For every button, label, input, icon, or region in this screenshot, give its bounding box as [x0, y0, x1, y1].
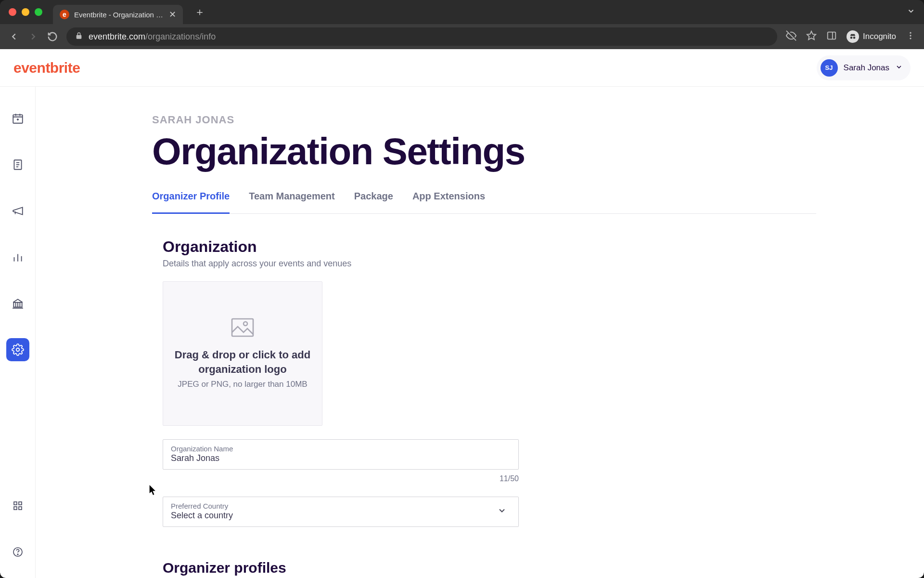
window-minimize[interactable] — [22, 8, 29, 16]
url-path: /organizations/info — [145, 32, 216, 41]
new-tab-button[interactable]: ＋ — [194, 5, 205, 19]
svg-rect-27 — [14, 502, 17, 505]
star-icon[interactable] — [806, 30, 817, 43]
sidebar-item-settings[interactable] — [6, 338, 29, 361]
chevron-down-icon — [497, 506, 507, 517]
tab-app-extensions[interactable]: App Extensions — [412, 191, 485, 214]
field-value: Select a country — [171, 511, 511, 521]
browser-window: e Eventbrite - Organization Setti ✕ ＋ ev… — [0, 0, 924, 578]
image-placeholder-icon — [231, 318, 254, 339]
incognito-badge[interactable]: Incognito — [847, 30, 896, 43]
chevron-down-icon — [895, 63, 903, 73]
toolbar-right: Incognito — [786, 30, 915, 43]
logo-upload-dropzone[interactable]: Drag & drop or click to add organization… — [163, 281, 322, 426]
section-title: Organization — [163, 238, 924, 256]
nav-reload-button[interactable] — [47, 31, 58, 42]
browser-toolbar: eventbrite.com/organizations/info Incogn… — [0, 24, 924, 49]
sidebar-item-help[interactable] — [6, 540, 29, 564]
svg-rect-30 — [19, 507, 22, 510]
svg-rect-33 — [232, 319, 253, 336]
sidebar-item-reports[interactable] — [6, 246, 29, 269]
address-bar[interactable]: eventbrite.com/organizations/info — [66, 27, 777, 46]
tabs-overflow-icon[interactable] — [907, 7, 915, 17]
field-value: Sarah Jonas — [171, 453, 511, 463]
incognito-icon — [847, 30, 859, 43]
section-subtitle: Details that apply across your events an… — [163, 259, 924, 269]
sidebar-item-apps[interactable] — [6, 494, 29, 517]
url-domain: eventbrite.com — [89, 32, 145, 41]
tabs: Organizer Profile Team Management Packag… — [152, 191, 816, 214]
main-content: SARAH JONAS Organization Settings Organi… — [36, 87, 924, 578]
page-eyebrow: SARAH JONAS — [152, 114, 924, 126]
svg-point-32 — [17, 554, 18, 555]
lock-icon — [75, 32, 83, 42]
app-body: SARAH JONAS Organization Settings Organi… — [0, 87, 924, 578]
country-select[interactable]: Preferred Country Select a country — [163, 497, 519, 527]
svg-point-26 — [16, 348, 19, 352]
tab-team-management[interactable]: Team Management — [249, 191, 335, 214]
browser-tab[interactable]: e Eventbrite - Organization Setti ✕ — [53, 5, 183, 24]
window-maximize[interactable] — [35, 8, 42, 16]
field-label: Preferred Country — [171, 502, 511, 510]
upload-title: Drag & drop or click to add organization… — [173, 348, 312, 376]
page-viewport: eventbrite SJ Sarah Jonas — [0, 49, 924, 578]
svg-point-4 — [853, 37, 856, 39]
section-organization: Organization Details that apply across y… — [152, 238, 924, 576]
tab-package[interactable]: Package — [354, 191, 393, 214]
favicon-icon: e — [60, 10, 69, 19]
user-name: Sarah Jonas — [844, 63, 889, 73]
svg-rect-1 — [828, 32, 836, 39]
sidebar-item-marketing[interactable] — [6, 199, 29, 223]
eventbrite-logo[interactable]: eventbrite — [13, 60, 80, 76]
svg-point-34 — [244, 322, 247, 326]
avatar: SJ — [821, 59, 838, 77]
incognito-label: Incognito — [863, 32, 896, 41]
nav-back-button[interactable] — [9, 31, 19, 42]
browser-titlebar: e Eventbrite - Organization Setti ✕ ＋ — [0, 0, 924, 24]
field-label: Organization Name — [171, 445, 511, 453]
side-panel-icon[interactable] — [826, 30, 837, 43]
sidebar-item-orders[interactable] — [6, 153, 29, 176]
svg-marker-0 — [807, 31, 816, 39]
eye-off-icon[interactable] — [786, 30, 796, 43]
upload-subtitle: JPEG or PNG, no larger than 10MB — [178, 380, 307, 389]
sidebar — [0, 87, 36, 578]
window-controls — [9, 8, 42, 16]
svg-point-5 — [910, 32, 911, 34]
sidebar-item-finance[interactable] — [6, 292, 29, 315]
app-header: eventbrite SJ Sarah Jonas — [0, 49, 924, 87]
svg-rect-29 — [14, 507, 17, 510]
tab-title: Eventbrite - Organization Setti — [74, 11, 164, 19]
svg-point-3 — [850, 37, 853, 39]
svg-point-7 — [910, 38, 911, 39]
window-close[interactable] — [9, 8, 16, 16]
tab-close-icon[interactable]: ✕ — [169, 9, 176, 20]
section-organizer-profiles-title: Organizer profiles — [163, 560, 924, 576]
user-menu[interactable]: SJ Sarah Jonas — [817, 55, 911, 80]
char-count: 11/50 — [163, 474, 519, 483]
sidebar-item-events[interactable] — [6, 107, 29, 130]
org-name-field[interactable]: Organization Name Sarah Jonas — [163, 439, 519, 470]
page-title: Organization Settings — [152, 132, 924, 171]
tab-organizer-profile[interactable]: Organizer Profile — [152, 191, 230, 214]
menu-icon[interactable] — [906, 31, 915, 42]
svg-rect-28 — [19, 502, 22, 505]
nav-forward-button[interactable] — [28, 31, 38, 42]
svg-point-6 — [910, 35, 911, 36]
